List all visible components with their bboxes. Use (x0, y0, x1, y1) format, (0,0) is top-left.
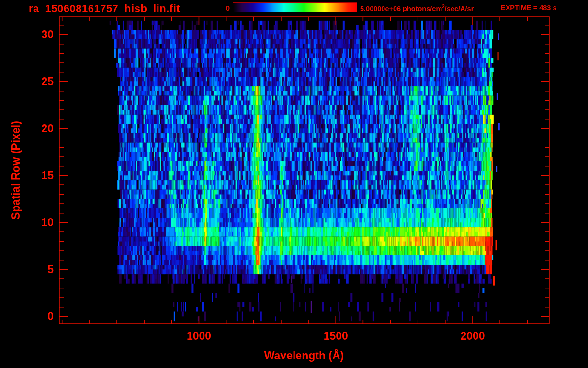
colorbar-units-suffix: /sec/A/sr (445, 5, 474, 12)
colorbar-min-label: 0 (211, 4, 230, 12)
colorbar-max-value: 5.00000e+06 (360, 5, 401, 12)
y-tick-label: 10 (20, 216, 54, 229)
colorbar-units: photons/cm (401, 5, 442, 12)
colorbar-gradient (233, 2, 357, 12)
x-tick-label: 1000 (175, 330, 223, 343)
y-tick-label: 30 (20, 28, 54, 41)
y-tick-label: 15 (20, 169, 54, 182)
exptime-label: EXPTIME = 483 s (501, 4, 556, 12)
y-tick-label: 0 (20, 310, 54, 322)
y-axis-title: Spatial Row (Pixel) (10, 121, 23, 219)
colorbar-max-label: 5.00000e+06 photons/cm2/sec/A/sr (360, 4, 474, 12)
x-tick-label: 1500 (312, 330, 360, 343)
x-axis-title: Wavelength (Å) (232, 349, 376, 362)
y-tick-label: 25 (20, 75, 54, 88)
spectrogram-heatmap-canvas (0, 0, 588, 368)
spectrogram-viewer: ra_150608161757_hisb_lin.fit 0 5.00000e+… (0, 0, 588, 368)
x-tick-label: 2000 (449, 330, 497, 343)
filename-title: ra_150608161757_hisb_lin.fit (29, 2, 180, 15)
y-tick-label: 20 (20, 122, 54, 135)
y-tick-label: 5 (20, 263, 54, 276)
